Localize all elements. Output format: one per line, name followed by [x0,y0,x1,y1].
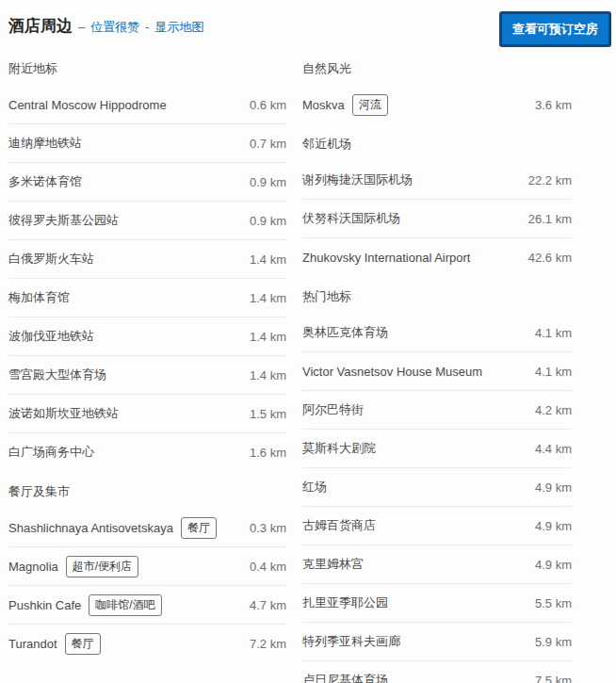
poi-name: Pushkin Cafe咖啡馆/酒吧 [8,594,162,616]
poi-distance: 4.1 km [527,365,572,379]
poi-column: 附近地标Central Moscow Hippodrome0.6 km迪纳摩地铁… [8,57,286,683]
poi-distance: 0.3 km [242,521,286,535]
poi-distance: 0.6 km [242,98,286,112]
panel-header: 酒店周边 – 位置很赞 - 显示地图 查看可预订空房 [8,11,616,47]
poi-row: 白俄罗斯火车站1.4 km [8,240,286,279]
poi-row: Turandot餐厅7.2 km [8,625,286,662]
show-map-link[interactable]: 显示地图 [155,19,204,36]
page-title: 酒店周边 [8,15,73,37]
poi-name: 奥林匹克体育场 [302,324,388,341]
poi-name: 特列季亚科夫画廊 [302,633,400,650]
poi-name: 红场 [302,479,327,496]
poi-list: Moskva河流3.6 km [302,86,572,123]
poi-row: 多米诺体育馆0.9 km [8,163,286,202]
poi-section: 自然风光Moskva河流3.6 km [302,57,572,123]
poi-row: Central Moscow Hippodrome0.6 km [8,86,286,124]
poi-distance: 5.9 km [527,635,572,649]
poi-distance: 1.6 km [242,446,286,460]
poi-row: Victor Vasnetsov House Museum4.1 km [302,352,572,391]
poi-row: 伏努科沃国际机场26.1 km [302,200,572,238]
poi-row: 卢日尼基体育场7.5 km [302,661,572,683]
poi-name: 克里姆林宫 [302,556,364,573]
poi-type-badge: 超市/便利店 [66,556,138,577]
poi-type-badge: 咖啡馆/酒吧 [89,594,161,616]
poi-row: 克里姆林宫4.9 km [302,545,572,584]
poi-distance: 0.4 km [242,560,286,574]
location-rating-link[interactable]: 位置很赞 [90,19,139,36]
poi-distance: 4.4 km [527,442,572,456]
poi-name: 阿尔巴特街 [302,401,364,418]
poi-name: 古姆百货商店 [302,517,376,534]
poi-distance: 4.2 km [527,403,572,417]
poi-type-badge: 河流 [352,94,388,116]
poi-name: 波伽伐亚地铁站 [8,328,94,345]
poi-row: 波诺如斯坎亚地铁站1.5 km [8,395,286,433]
poi-section: 热门地标奥林匹克体育场4.1 kmVictor Vasnetsov House … [302,276,572,683]
poi-distance: 7.5 km [527,674,572,683]
section-title: 热门地标 [302,276,572,314]
poi-distance: 42.6 km [521,251,572,265]
poi-list: 奥林匹克体育场4.1 kmVictor Vasnetsov House Muse… [302,314,572,683]
poi-name: 梅加体育馆 [8,289,70,306]
poi-name: Central Moscow Hippodrome [8,98,167,112]
poi-row: 奥林匹克体育场4.1 km [302,314,572,352]
poi-section: 附近地标Central Moscow Hippodrome0.6 km迪纳摩地铁… [8,57,286,471]
poi-distance: 1.4 km [242,368,286,382]
poi-distance: 1.4 km [242,291,286,305]
poi-distance: 3.6 km [527,98,572,112]
poi-list: Central Moscow Hippodrome0.6 km迪纳摩地铁站0.7… [8,86,286,471]
poi-name: 白俄罗斯火车站 [8,251,94,268]
poi-distance: 22.2 km [521,173,572,187]
poi-row: 古姆百货商店4.9 km [302,507,572,545]
poi-name: Moskva河流 [302,94,388,116]
subtitle-dash: – [78,20,85,34]
poi-row: Pushkin Cafe咖啡馆/酒吧4.7 km [8,586,286,625]
check-availability-button[interactable]: 查看可预订空房 [499,11,611,47]
poi-columns: 附近地标Central Moscow Hippodrome0.6 km迪纳摩地铁… [8,57,616,683]
section-title: 附近地标 [8,57,286,86]
poi-row: 莫斯科大剧院4.4 km [302,430,572,468]
poi-distance: 4.9 km [527,480,572,495]
poi-row: Moskva河流3.6 km [302,86,572,123]
poi-row: 迪纳摩地铁站0.7 km [8,124,286,163]
poi-name: 雪宫殿大型体育场 [8,366,106,383]
poi-distance: 1.4 km [242,330,286,344]
poi-section: 邻近机场谢列梅捷沃国际机场22.2 km伏努科沃国际机场26.1 kmZhuko… [302,123,572,276]
poi-distance: 4.9 km [527,519,572,533]
poi-distance: 5.5 km [527,596,572,610]
poi-row: 波伽伐亚地铁站1.4 km [8,317,286,356]
poi-distance: 0.7 km [242,137,286,151]
poi-row: 特列季亚科夫画廊5.9 km [302,623,572,661]
poi-distance: 4.9 km [527,558,572,572]
poi-distance: 26.1 km [521,212,572,226]
section-title: 餐厅及集市 [8,471,286,509]
poi-name: Victor Vasnetsov House Museum [302,365,482,379]
poi-row: Zhukovsky International Airport42.6 km [302,238,572,276]
poi-row: 扎里亚季耶公园5.5 km [302,584,572,623]
poi-row: 白广场商务中心1.6 km [8,433,286,471]
poi-name: 伏努科沃国际机场 [302,210,400,227]
poi-name: 彼得罗夫斯基公园站 [8,212,119,229]
poi-name: 卢日尼基体育场 [302,672,388,683]
poi-distance: 1.4 km [242,252,286,267]
poi-name: 白广场商务中心 [8,444,94,461]
poi-row: 雪宫殿大型体育场1.4 km [8,356,286,395]
poi-name: 多米诺体育馆 [8,173,82,190]
poi-name: 莫斯科大剧院 [302,440,376,457]
poi-distance: 7.2 km [242,637,286,651]
poi-distance: 0.9 km [242,214,286,228]
poi-distance: 4.1 km [527,326,572,340]
subtitle-separator: - [145,20,149,34]
poi-distance: 4.7 km [242,598,286,612]
poi-name: Shashlichnaya Antisovetskaya餐厅 [8,517,217,539]
poi-type-badge: 餐厅 [65,633,101,655]
poi-row: 红场4.9 km [302,468,572,507]
poi-distance: 1.5 km [242,407,286,421]
poi-row: 阿尔巴特街4.2 km [302,391,572,430]
poi-name: 谢列梅捷沃国际机场 [302,171,413,188]
poi-row: 彼得罗夫斯基公园站0.9 km [8,202,286,240]
poi-row: 梅加体育馆1.4 km [8,279,286,317]
poi-name: Turandot餐厅 [8,633,101,655]
poi-type-badge: 餐厅 [181,517,217,539]
poi-name: Magnolia超市/便利店 [8,556,138,577]
